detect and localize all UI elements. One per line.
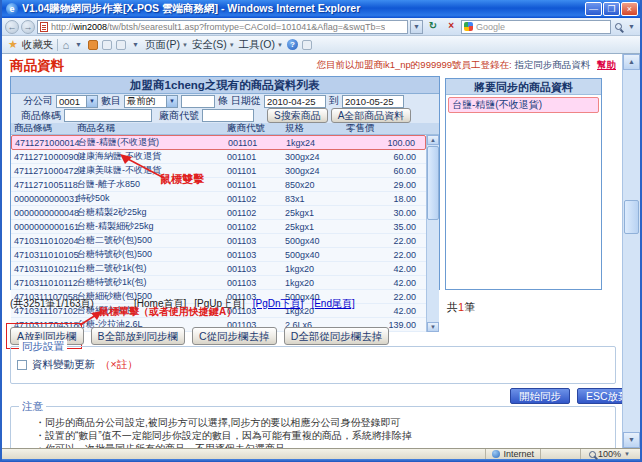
scrollbar-thumb[interactable] [624, 200, 639, 234]
status-bar: Internet 100% ▼ [2, 448, 640, 459]
security-zone: Internet [485, 449, 540, 459]
close-button[interactable]: × [621, 2, 638, 16]
forward-icon[interactable]: → [21, 20, 35, 34]
remove-all-from-sync-button[interactable]: D全部從同步欄去掉 [284, 327, 390, 345]
vendor-input[interactable] [202, 109, 254, 122]
print-dropdown-icon[interactable]: ▼ [130, 41, 141, 48]
menu-tools[interactable]: 工具(O)▼ [239, 38, 283, 52]
help-link[interactable]: 幫助 [597, 59, 616, 70]
filter-row-1: 分公司 0001 ▼ 數目 最前的 ▼ 條 日期從 2010-04-25 到 2… [11, 94, 439, 108]
login-notice: 您目前以加盟商ik1_np的999999號員工登錄在: 指定同步商品資料 幫助 [316, 59, 616, 72]
confirm-button-row: 開始同步 ESC放棄 [510, 388, 638, 404]
chevron-down-icon: ▼ [166, 96, 177, 107]
count-select[interactable]: 最前的 ▼ [124, 95, 178, 108]
count-label: 數目 [101, 94, 121, 108]
data-update-checkbox[interactable] [17, 360, 27, 370]
notes-fieldset: 注意 ・同步的商品分公司設定,被同步方可以選擇,同步方的要以相應分公司身份登錄即… [10, 406, 616, 448]
chevron-down-icon: ▼ [624, 451, 630, 457]
product-list-box: 加盟商1cheng之現有的商品資料列表 分公司 0001 ▼ 數目 最前的 ▼ … [10, 76, 440, 290]
login-notice-text: 您目前以加盟商ik1_np的999999號員工登錄在: [316, 59, 511, 70]
scroll-up-icon[interactable]: ▲ [623, 54, 640, 70]
start-sync-button[interactable]: 開始同步 [510, 388, 570, 404]
rows-count-input[interactable] [181, 95, 215, 108]
table-row[interactable]: 4710311010211 台糖二號砂1k(包) 001103 1kgx20 4… [11, 262, 426, 276]
back-icon[interactable]: ← [5, 20, 19, 34]
ie-icon: e [6, 3, 18, 15]
browser-window: e V1.04購物網同步作業[X-POS 雲端商務網] - Windows In… [0, 0, 642, 462]
stop-icon[interactable]: × [443, 19, 459, 34]
date-from-input[interactable]: 2010-04-25 [264, 95, 326, 108]
scroll-down-icon[interactable]: ▼ [427, 322, 439, 332]
scrollbar-thumb[interactable] [427, 146, 439, 220]
mail-icon[interactable] [102, 40, 112, 50]
table-row[interactable]: 4710311010204 台糖二號砂(包)500 001103 500gx40… [11, 234, 426, 248]
minimize-button[interactable]: — [585, 2, 602, 16]
sync-panel: 將要同步的商品資料 台鹽-精鹽(不收退貨) [445, 78, 602, 290]
feed-icon[interactable] [88, 40, 98, 50]
sync-settings-fieldset: 同步設置 資料變動更新 （×註） [10, 346, 616, 384]
date-to-input[interactable]: 2010-05-25 [342, 95, 404, 108]
home-dropdown-icon[interactable]: ▼ [73, 41, 84, 48]
page-scrollbar[interactable]: ▲ ▼ [622, 54, 640, 448]
home-icon[interactable]: ⌂ [62, 39, 69, 51]
table-row[interactable]: 0000000000161 台糖-精製細砂25kg 001102 25kgx1 … [11, 220, 426, 234]
add-all-to-sync-button[interactable]: B全部放到同步欄 [91, 327, 186, 345]
single-click-annotation: 鼠標單擊（或者使用快捷鍵A） [99, 305, 236, 319]
table-row[interactable]: 4711271000090 健康海納鹽-不收退貨 001101 300gx24 … [11, 150, 426, 164]
search-icon[interactable] [615, 23, 622, 30]
table-row[interactable]: 4711271000472 健康美味鹽-不收退貨 001101 300gx24 … [11, 164, 426, 178]
barcode-label: 商品條碼 [21, 109, 61, 123]
page-icon [40, 22, 48, 32]
table-row[interactable]: 4710311010112 台糖特號砂1k(包) 001103 1kgx20 4… [11, 276, 426, 290]
sync-settings-legend: 同步設置 [19, 340, 67, 354]
title-bar: e V1.04購物網同步作業[X-POS 雲端商務網] - Windows In… [2, 0, 640, 18]
address-bar: ← → http://win2008/tw/btsh/searesult1.as… [2, 18, 640, 36]
refresh-icon[interactable]: ↻ [425, 19, 441, 34]
favorites-label[interactable]: 收藏夹 [22, 38, 54, 52]
scroll-up-icon[interactable]: ▲ [427, 135, 439, 145]
address-input[interactable]: http://win2008/tw/btsh/searesult1.asp?fr… [37, 20, 408, 34]
branch-select[interactable]: 0001 ▼ [56, 95, 98, 108]
sync-list-item[interactable]: 台鹽-精鹽(不收退貨) [448, 97, 599, 113]
barcode-input[interactable] [64, 109, 152, 122]
table-row[interactable]: 4710311010105 台糖特號砂(包)500 001103 500gx40… [11, 248, 426, 262]
annotation-arrow [114, 150, 174, 184]
all-products-button[interactable]: A全部商品資料 [331, 108, 412, 123]
extra-toolbar-icon[interactable] [302, 40, 312, 50]
menu-page[interactable]: 页面(P)▼ [145, 38, 188, 52]
address-dropdown-icon[interactable]: ▼ [410, 20, 423, 34]
search-dropdown-icon[interactable]: ▼ [626, 23, 637, 30]
notes-legend: 注意 [19, 400, 46, 414]
print-icon[interactable] [116, 40, 126, 50]
window-title: V1.04購物網同步作業[X-POS 雲端商務網] - Windows Inte… [22, 2, 585, 16]
favorites-star-icon[interactable]: ★ [8, 38, 18, 51]
restore-button[interactable]: ❐ [603, 2, 620, 16]
sync-mode-text: 指定同步商品資料 [514, 59, 590, 70]
zoom-control[interactable]: 100% ▼ [580, 449, 636, 459]
page-title: 商品資料 [10, 57, 64, 75]
scroll-down-icon[interactable]: ▼ [623, 432, 640, 448]
menu-safety[interactable]: 安全(S)▼ [192, 38, 235, 52]
table-row[interactable]: 4711271000014 台鹽-精鹽(不收退貨) 001101 1kgx24 … [11, 135, 426, 150]
sync-panel-title: 將要同步的商品資料 [446, 79, 601, 95]
note-item: ・設置的“數目”值不一定能同步你設定的數目，因為可能有重複的商品，系統將排除掉 [35, 430, 609, 441]
page-pgdn-link[interactable]: [PgDn下頁] [253, 297, 304, 311]
table-row[interactable]: 4711271005118 台鹽-離子水850 001101 850x20 29… [11, 178, 426, 192]
record-count: (共3251筆1/163頁) [10, 298, 94, 309]
table-row[interactable]: 0000000000048 台糖精製2砂25kg 001102 25kgx1 3… [11, 206, 426, 220]
note-item: ・同步的商品分公司設定,被同步方可以選擇,同步方的要以相應分公司身份登錄即可 [35, 417, 609, 428]
col-price: 零售價 [342, 122, 439, 135]
col-name: 商品名稱 [77, 122, 227, 135]
search-placeholder: Google [476, 22, 505, 32]
table-header-row: 商品條碼 商品名稱 廠商代號 規格 零售價 [11, 123, 439, 135]
google-logo-icon [464, 22, 473, 31]
date-from-label: 日期從 [231, 94, 261, 108]
sync-count: 共1筆 [447, 300, 475, 315]
internet-globe-icon [492, 450, 500, 458]
help-icon[interactable]: ? [287, 39, 298, 50]
remove-from-sync-button[interactable]: C從同步欄去掉 [192, 327, 277, 345]
search-products-button[interactable]: S搜索商品 [267, 108, 328, 123]
table-row[interactable]: 0000000000031 特砂50k 001102 83x1 18.00 [11, 192, 426, 206]
page-end-link[interactable]: [End尾頁] [311, 297, 354, 311]
search-input[interactable]: Google [461, 20, 611, 34]
